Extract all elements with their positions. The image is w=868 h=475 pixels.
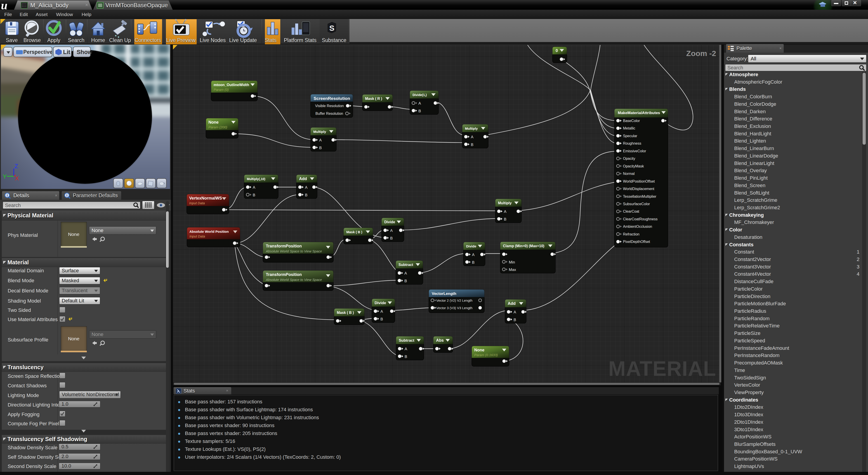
svg-text:ScreenResolution: ScreenResolution	[313, 96, 350, 101]
svg-text:Min: Min	[509, 260, 515, 264]
svg-text:Multiply: Multiply	[313, 130, 326, 133]
svg-text:A: A	[390, 228, 393, 233]
svg-text:Roughness: Roughness	[623, 141, 641, 145]
svg-text:WorldPositionOffset: WorldPositionOffset	[623, 180, 655, 183]
svg-text:ClearCoat: ClearCoat	[623, 210, 640, 213]
svg-text:SubsurfaceColor: SubsurfaceColor	[623, 202, 650, 206]
svg-text:B: B	[472, 260, 474, 264]
svg-text:mtoon_OutlineWidth: mtoon_OutlineWidth	[214, 83, 249, 87]
svg-text:TransformPosition: TransformPosition	[266, 272, 302, 277]
svg-text:Add: Add	[508, 301, 516, 306]
svg-text:OpacityMask: OpacityMask	[623, 164, 644, 168]
svg-text:Y: Y	[3, 173, 6, 180]
svg-text:B: B	[380, 317, 383, 321]
svg-text:Multiply: Multiply	[465, 127, 478, 130]
svg-text:Zoom -2: Zoom -2	[686, 49, 716, 58]
svg-text:A: A	[405, 347, 407, 351]
svg-text:Divide: Divide	[384, 220, 395, 224]
svg-text:A: A	[380, 309, 383, 314]
svg-text:A: A	[471, 135, 473, 139]
svg-text:B: B	[305, 193, 307, 197]
svg-text:B: B	[319, 146, 322, 150]
svg-text:B: B	[390, 236, 393, 241]
svg-text:Mask ( R ): Mask ( R )	[365, 97, 382, 101]
svg-text:None: None	[474, 348, 485, 352]
svg-text:Param (0.1633): Param (0.1633)	[474, 353, 498, 357]
svg-text:MATERIAL: MATERIAL	[609, 357, 716, 380]
svg-text:Clamp (Min=0) (Max=10): Clamp (Min=0) (Max=10)	[503, 244, 544, 248]
svg-text:A: A	[504, 210, 506, 214]
svg-text:TransformPosition: TransformPosition	[266, 244, 302, 248]
svg-text:Absolute World Space to View S: Absolute World Space to View Space	[266, 278, 322, 282]
svg-text:Absolute World Position: Absolute World Position	[189, 230, 229, 233]
svg-text:A: A	[472, 253, 475, 257]
svg-text:Input Data: Input Data	[189, 234, 205, 238]
svg-text:Normal: Normal	[623, 172, 635, 176]
svg-text:Multiply(,10): Multiply(,10)	[247, 177, 266, 181]
svg-text:X: X	[15, 175, 19, 182]
svg-text:Z: Z	[14, 163, 18, 169]
svg-text:Divide: Divide	[466, 244, 476, 248]
svg-text:0: 0	[556, 49, 558, 53]
svg-text:i: i	[66, 193, 67, 197]
svg-text:A: A	[514, 310, 516, 314]
svg-text:A: A	[305, 185, 308, 190]
svg-text:Metallic: Metallic	[623, 126, 635, 130]
svg-text:None: None	[209, 120, 219, 125]
svg-text:Buffer Resolution: Buffer Resolution	[315, 112, 343, 116]
svg-text:A: A	[418, 101, 421, 105]
svg-text:MakeMaterialAttributes: MakeMaterialAttributes	[618, 111, 660, 115]
svg-text:Mask ( B ): Mask ( B )	[337, 311, 354, 315]
svg-text:Param (200): Param (200)	[209, 125, 227, 129]
svg-text:B: B	[418, 109, 421, 113]
svg-text:Visible Resolution: Visible Resolution	[315, 104, 344, 108]
svg-text:B: B	[471, 142, 473, 147]
svg-text:B: B	[405, 354, 407, 359]
svg-text:Abs: Abs	[436, 338, 444, 343]
svg-text:B: B	[253, 193, 255, 197]
svg-text:Subtract: Subtract	[399, 263, 413, 267]
svg-text:TessellationMultiplier: TessellationMultiplier	[623, 195, 656, 198]
svg-text:Absolute World Space to View S: Absolute World Space to View Space	[266, 249, 322, 253]
svg-text:PixelDepthOffset: PixelDepthOffset	[623, 240, 650, 244]
svg-text:Refraction: Refraction	[623, 232, 640, 236]
svg-text:VectorLength: VectorLength	[432, 291, 456, 296]
svg-text:Subtract: Subtract	[399, 338, 414, 343]
svg-text:Param (0): Param (0)	[214, 88, 229, 92]
svg-text:Max: Max	[509, 267, 516, 272]
svg-text:VertexNormalWS: VertexNormalWS	[189, 196, 222, 200]
svg-text:A: A	[253, 185, 255, 190]
svg-text:WorldDisplacement: WorldDisplacement	[623, 187, 654, 191]
svg-text:Add: Add	[299, 177, 307, 181]
svg-text:BaseColor: BaseColor	[623, 119, 640, 123]
svg-text:ClearCoatRoughness: ClearCoatRoughness	[623, 217, 657, 221]
svg-text:Divide: Divide	[375, 301, 386, 305]
svg-text:Vector 2 (V2) V2 Length: Vector 2 (V2) V2 Length	[436, 298, 472, 303]
svg-text:B: B	[504, 217, 506, 221]
svg-text:A: A	[404, 271, 407, 276]
svg-text:Divide(1,): Divide(1,)	[412, 93, 427, 97]
svg-text:Multiply: Multiply	[498, 201, 512, 205]
svg-text:A: A	[319, 138, 322, 142]
svg-text:B: B	[404, 279, 407, 283]
svg-text:Opacity: Opacity	[623, 157, 635, 160]
svg-text:Vector 3 (V3) V3 Length: Vector 3 (V3) V3 Length	[436, 306, 472, 310]
svg-text:i: i	[7, 193, 8, 197]
svg-text:Specular: Specular	[623, 134, 638, 138]
svg-text:EmissiveColor: EmissiveColor	[623, 149, 646, 153]
svg-text:Mask ( B ): Mask ( B )	[346, 230, 362, 234]
svg-text:AmbientOcclusion: AmbientOcclusion	[623, 225, 652, 228]
svg-text:B: B	[514, 318, 516, 322]
svg-text:S: S	[329, 24, 335, 32]
svg-text:Input Data: Input Data	[189, 201, 205, 205]
